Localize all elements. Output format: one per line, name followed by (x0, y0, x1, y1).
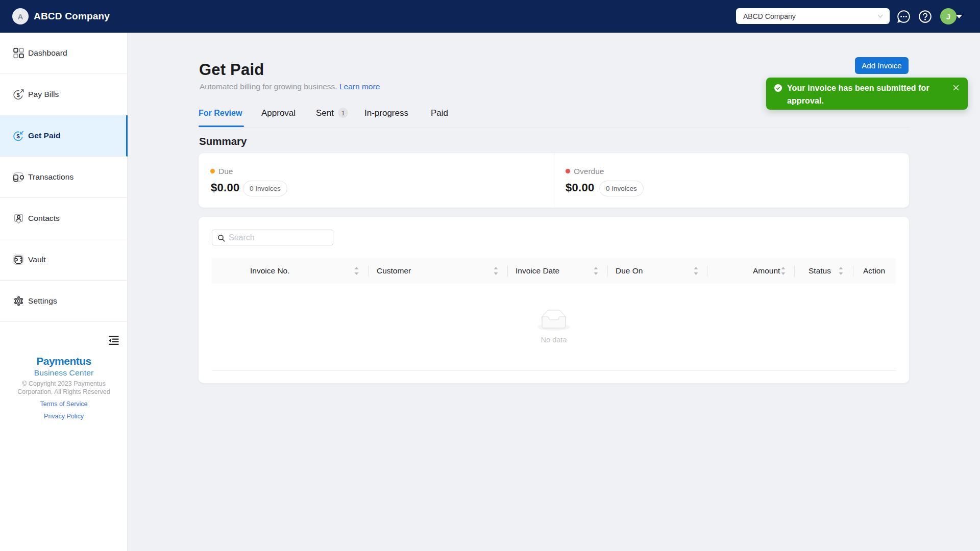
svg-text:$: $ (16, 133, 19, 139)
svg-text:$: $ (16, 92, 19, 98)
